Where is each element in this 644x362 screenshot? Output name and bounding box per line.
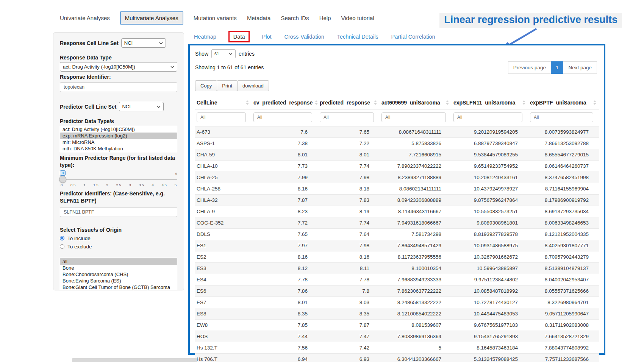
cell-value: 8.01: [318, 149, 380, 161]
print-button[interactable]: Print: [217, 80, 238, 91]
tissue-option-bone-ewing-sarcoma-es[interactable]: Bone:Ewing Sarcoma (ES): [60, 278, 177, 284]
cell-line-name: CHLA-258: [195, 183, 252, 195]
response-data-type-select[interactable]: act: Drug Activity (-log10[IC50M]): [60, 62, 177, 72]
nav-item-metadata[interactable]: Metadata: [247, 15, 271, 21]
response-identifier-input[interactable]: [60, 82, 177, 92]
cell-value: 7.86: [252, 286, 318, 297]
table-row[interactable]: ES78.018.038.2486581332222210.7278174430…: [195, 297, 599, 308]
sort-icon[interactable]: [593, 100, 596, 105]
table-row[interactable]: ES67.867.87.8623063772222210.08584878189…: [195, 286, 599, 297]
filter-input-predicted-response[interactable]: [320, 112, 374, 122]
table-row[interactable]: Hs 132.T7.567.4258.16458734631847.880437…: [195, 342, 599, 354]
nav-item-help[interactable]: Help: [319, 15, 331, 21]
column-header-expbptf-unisarcoma[interactable]: expBPTF_uniSarcoma: [528, 97, 599, 109]
current-page-button[interactable]: 1: [551, 61, 564, 74]
table-row[interactable]: CHA-598.018.017.72166089159.538445790892…: [195, 149, 599, 161]
show-entries-value: 61: [214, 51, 219, 56]
predictor-type-option-act-drug-activity-log10-ic50m[interactable]: act: Drug Activity (-log10[IC50M]): [60, 126, 177, 133]
cell-value: 8.65554677279015: [528, 149, 599, 161]
tab-partial-correlation[interactable]: Partial Correlation: [391, 34, 435, 40]
filter-input-expbptf-unisarcoma[interactable]: [530, 112, 593, 122]
cell-value: 8.35: [252, 308, 318, 320]
table-row[interactable]: ES38.128.118.10001035410.5996438858978.5…: [195, 263, 599, 274]
nav-item-mutation-variants[interactable]: Mutation variants: [194, 15, 237, 21]
tissue-radio-to-include[interactable]: To include: [60, 236, 177, 241]
slider-handle[interactable]: [59, 176, 66, 183]
tab-heatmap[interactable]: Heatmap: [194, 34, 216, 40]
copy-button[interactable]: Copy: [195, 80, 217, 91]
predictor-data-types-label: Predictor Data Type/s: [60, 118, 177, 124]
table-row[interactable]: ES88.358.358.1210085402222210.4494475483…: [195, 308, 599, 320]
next-page-button[interactable]: Next page: [563, 61, 597, 74]
table-row[interactable]: DDLS7.657.647.5817342988.819392778395788…: [195, 229, 599, 240]
response-cell-line-set-select[interactable]: NCI: [121, 38, 166, 48]
table-row[interactable]: CHLA-107.737.747.890233740222229.6514923…: [195, 161, 599, 172]
tab-data[interactable]: Data: [233, 34, 245, 40]
tab-cross-validation[interactable]: Cross-Validation: [284, 34, 324, 40]
column-header-cellline[interactable]: CellLine: [195, 97, 252, 109]
sort-desc-arrow: [446, 103, 449, 105]
table-row[interactable]: ASPS-17.387.225.8758338266.8879773934084…: [195, 138, 599, 149]
tissue-radio-to-exclude[interactable]: To exclude: [60, 244, 177, 250]
table-row[interactable]: CHLA-327.877.838.094233068888899.8756759…: [195, 195, 599, 206]
min-predictor-range-slider: 0 5 00.511.522.533.544.55: [60, 170, 177, 190]
sort-icon[interactable]: [374, 100, 377, 105]
nav-item-video-tutorial[interactable]: Video tutorial: [341, 15, 374, 21]
cell-value: 6.94: [252, 354, 318, 362]
cell-value: 7.86230637722222: [380, 286, 452, 297]
predictor-type-option-exp-mrna-expression-log2[interactable]: exp: mRNA Expression (log2): [60, 133, 177, 139]
tissue-option-bone-giant-cell-tumor-of-bone-gctb-sarcoma[interactable]: Bone:Giant Cell Tumor of Bone (GCTB) Sar…: [60, 284, 177, 290]
table-row[interactable]: CHLA-98.238.198.1144634311666710.5550832…: [195, 206, 599, 217]
column-header-act609699-unisarcoma[interactable]: act609699_uniSarcoma: [380, 97, 452, 109]
column-header-content: act609699_uniSarcoma: [381, 100, 449, 106]
cell-value: 10.0858487818992: [452, 286, 528, 297]
table-row[interactable]: HOS7.447.477.803398691363649.15431765291…: [195, 331, 599, 342]
predictor-type-option-mth-dna-850k-methylation[interactable]: mth: DNA 850K Methylation: [60, 145, 177, 152]
column-header-expslfn11-unisarcoma[interactable]: expSLFN11_uniSarcoma: [452, 97, 528, 109]
column-header-cv-predicted-response[interactable]: cv_predicted_response: [252, 97, 318, 109]
cell-value: 7.89023374022222: [380, 161, 452, 172]
table-row[interactable]: Hs 706.T6.946.936.304413033666675.313245…: [195, 354, 599, 362]
nav-item-univariate-analyses[interactable]: Univariate Analyses: [60, 15, 110, 21]
sort-asc-arrow: [522, 100, 525, 102]
table-row[interactable]: A-6737.67.658.086716483111119.2012091959…: [195, 126, 599, 138]
cell-value: 7.98: [318, 172, 380, 183]
slider-tick-label: 0: [61, 183, 63, 187]
show-entries-select[interactable]: 61: [211, 49, 236, 58]
sort-icon[interactable]: [246, 100, 249, 105]
cell-value: 8.12: [252, 263, 318, 274]
tab-plot[interactable]: Plot: [262, 34, 271, 40]
result-tabs: HeatmapDataPlotCross-ValidationTechnical…: [194, 33, 435, 41]
predictor-data-types-listbox[interactable]: act: Drug Activity (-log10[IC50M])exp: m…: [60, 126, 177, 152]
sort-icon[interactable]: [522, 100, 525, 105]
filter-input-cv-predicted-response[interactable]: [253, 112, 312, 122]
table-row[interactable]: ES28.168.168.1172363795555610.3267901662…: [195, 251, 599, 263]
sort-icon[interactable]: [446, 100, 449, 105]
predictor-cell-line-set-select[interactable]: NCI: [119, 102, 164, 111]
table-row[interactable]: ES17.977.987.8643494857142910.0931486588…: [195, 240, 599, 251]
previous-page-button[interactable]: Previous page: [508, 61, 551, 74]
tab-technical-details[interactable]: Technical Details: [337, 34, 378, 40]
nav-item-multivariate-analyses[interactable]: Multivariate Analyses: [120, 11, 183, 25]
cell-value: 7.99: [252, 172, 318, 183]
tissue-option-all[interactable]: all: [60, 258, 177, 265]
filter-input-act609699-unisarcoma[interactable]: [381, 112, 446, 122]
column-header-predicted-response[interactable]: predicted_response: [318, 97, 380, 109]
table-row[interactable]: EW87.857.878.0815396079.676756519771838.…: [195, 320, 599, 331]
slider-track[interactable]: [60, 179, 177, 180]
tissue-origin-listbox[interactable]: allBoneBone:Chondrosarcoma (CHS)Bone:Ewi…: [60, 258, 177, 290]
predictor-type-option-mir-microrna[interactable]: mir: MicroRNA: [60, 139, 177, 145]
filter-input-cellline[interactable]: [197, 112, 246, 122]
filter-input-expslfn11-unisarcoma[interactable]: [453, 112, 522, 122]
nav-item-search-ids[interactable]: Search IDs: [281, 15, 309, 21]
table-row[interactable]: CHLA-2588.168.188.0860213411111110.43792…: [195, 183, 599, 195]
sort-icon[interactable]: [315, 100, 318, 105]
table-row[interactable]: COG-E-3527.727.747.949316180666679.80893…: [195, 217, 599, 229]
download-button[interactable]: download: [237, 80, 269, 91]
tissue-option-bone[interactable]: Bone: [60, 265, 177, 271]
table-row[interactable]: CHLA-257.997.988.2389327118888910.208124…: [195, 172, 599, 183]
tissue-option-bone-chondrosarcoma-chs[interactable]: Bone:Chondrosarcoma (CHS): [60, 271, 177, 278]
predictor-identifiers-input[interactable]: [60, 207, 177, 217]
table-row[interactable]: ES47.787.787.968839492333339.97511238474…: [195, 274, 599, 286]
cell-value: 5.875833826: [380, 138, 452, 149]
